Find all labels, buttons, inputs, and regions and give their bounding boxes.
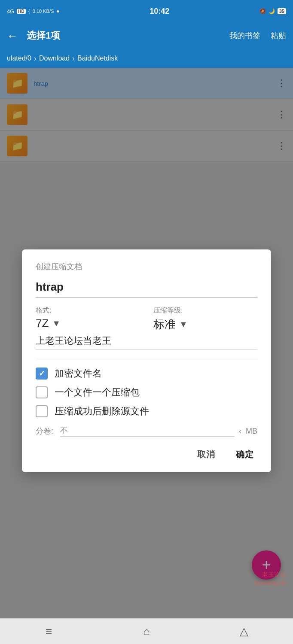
split-arrow-icon[interactable]: ‹ <box>239 427 241 436</box>
cancel-button[interactable]: 取消 <box>194 447 219 462</box>
signal-icon: 4G <box>7 8 14 15</box>
level-field: 压缩等级: 标准 ▼ <box>153 306 257 332</box>
status-time: 10:42 <box>150 7 169 16</box>
split-unit: MB <box>246 427 257 436</box>
format-value: 7Z <box>36 317 49 330</box>
filename-input[interactable] <box>36 280 257 298</box>
divider <box>36 360 257 360</box>
home-button[interactable]: ⌂ <box>134 622 159 641</box>
password-input[interactable] <box>36 335 257 349</box>
confirm-button[interactable]: 确定 <box>232 447 257 462</box>
one-file-label: 一个文件一个压缩包 <box>55 386 140 399</box>
speed-text: 0.10 KB/S <box>33 9 54 14</box>
format-select[interactable]: 7Z ▼ <box>36 317 140 330</box>
paste-button[interactable]: 粘贴 <box>271 30 286 41</box>
breadcrumb: ulated/0 › Download › BaiduNetdisk <box>0 49 293 68</box>
mute-icon: 🔕 <box>259 8 266 14</box>
split-label: 分卷: <box>36 426 53 436</box>
breadcrumb-sep1: › <box>34 54 37 63</box>
back-button[interactable]: ← <box>7 29 18 43</box>
format-dropdown-icon: ▼ <box>52 319 61 328</box>
dialog-title: 创建压缩文档 <box>36 261 257 272</box>
delete-after-row[interactable]: 压缩成功后删除源文件 <box>36 405 257 418</box>
check-icon: ✓ <box>39 369 45 378</box>
split-volume-row: 分卷: ‹ MB <box>36 425 257 437</box>
encrypt-filename-label: 加密文件名 <box>55 367 102 380</box>
back-nav-button[interactable]: △ <box>231 622 257 641</box>
hd-badge: HD <box>17 9 25 14</box>
nav-bar: ← 选择1项 我的书签 粘贴 <box>0 22 293 49</box>
dialog-buttons: 取消 确定 <box>36 447 257 462</box>
breadcrumb-sep2: › <box>72 54 75 63</box>
format-label: 格式: <box>36 306 140 315</box>
level-dropdown-icon: ▼ <box>179 319 188 329</box>
status-bar-left: 4G HD 〈 0.10 KB/S ● <box>7 8 60 15</box>
encrypt-filename-checkbox[interactable]: ✓ <box>36 368 48 380</box>
breadcrumb-download[interactable]: Download <box>39 55 70 62</box>
bookmark-button[interactable]: 我的书签 <box>229 30 260 41</box>
battery-badge: 35 <box>278 8 286 14</box>
one-file-checkbox[interactable] <box>36 386 48 398</box>
level-select[interactable]: 标准 ▼ <box>153 317 257 332</box>
encrypt-filename-row[interactable]: ✓ 加密文件名 <box>36 367 257 380</box>
breadcrumb-part1[interactable]: ulated/0 <box>7 55 31 62</box>
bottom-nav: ≡ ⌂ △ <box>0 618 293 644</box>
delete-after-checkbox[interactable] <box>36 405 48 417</box>
menu-button[interactable]: ≡ <box>36 622 62 641</box>
breadcrumb-baidunetdisk[interactable]: BaiduNetdisk <box>77 55 118 62</box>
dot-icon: ● <box>56 8 59 14</box>
create-archive-dialog: 创建压缩文档 格式: 7Z ▼ 压缩等级: 标准 ▼ <box>22 249 271 472</box>
split-input[interactable] <box>60 425 235 437</box>
level-label: 压缩等级: <box>153 306 257 315</box>
moon-icon: 🌙 <box>269 8 275 14</box>
status-bar: 4G HD 〈 0.10 KB/S ● 10:42 🔕 🌙 35 <box>0 0 293 22</box>
format-field: 格式: 7Z ▼ <box>36 306 140 330</box>
file-list-area: 📁 htrap ⋮ 📁 ⋮ 📁 ⋮ 创建压缩文档 格式: 7Z <box>0 68 293 618</box>
delete-after-label: 压缩成功后删除源文件 <box>55 405 149 418</box>
one-file-row[interactable]: 一个文件一个压缩包 <box>36 386 257 399</box>
status-bar-right: 🔕 🌙 35 <box>259 8 286 14</box>
level-value: 标准 <box>153 317 176 332</box>
nav-title: 选择1项 <box>27 29 219 42</box>
format-level-row: 格式: 7Z ▼ 压缩等级: 标准 ▼ <box>36 306 257 332</box>
wifi-icon: 〈 <box>28 8 30 14</box>
